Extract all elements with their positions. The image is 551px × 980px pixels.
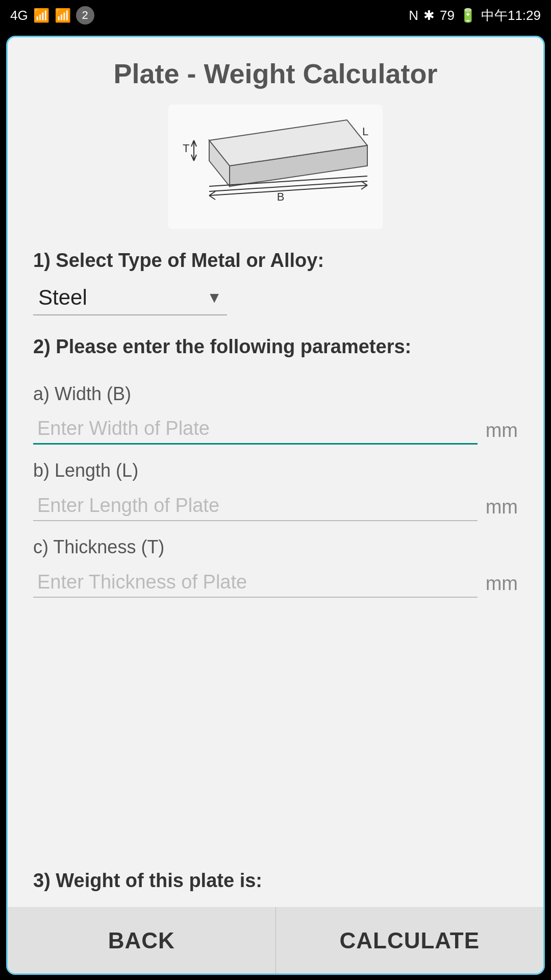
width-unit: mm — [486, 420, 518, 445]
wifi-icon: 📶 — [55, 8, 71, 23]
width-label: a) Width (B) — [33, 383, 518, 405]
card-content: Plate - Weight Calculator T — [8, 37, 543, 907]
thickness-input-row: mm — [33, 567, 518, 598]
bottom-buttons: BACK CALCULATE — [8, 907, 543, 973]
thickness-label: c) Thickness (T) — [33, 536, 518, 558]
thickness-input[interactable] — [33, 567, 478, 598]
weight-result-section: 3) Weight of this plate is: — [33, 870, 518, 892]
svg-text:T: T — [183, 142, 189, 155]
dropdown-container[interactable]: Steel Aluminium Copper Brass Stainless S… — [33, 280, 227, 315]
metal-type-select[interactable]: Steel Aluminium Copper Brass Stainless S… — [33, 280, 227, 315]
svg-line-14 — [209, 195, 215, 200]
metal-dropdown-wrapper[interactable]: Steel Aluminium Copper Brass Stainless S… — [33, 280, 518, 315]
plate-svg-wrapper: T B — [168, 105, 383, 229]
battery-icon: 🔋 — [460, 8, 476, 23]
svg-text:B: B — [277, 190, 285, 203]
back-button[interactable]: BACK — [8, 908, 276, 973]
network-indicator: 4G — [10, 8, 28, 23]
battery-indicator: 79 — [440, 8, 455, 23]
calculate-button[interactable]: CALCULATE — [276, 908, 544, 973]
page-title: Plate - Weight Calculator — [33, 58, 518, 89]
length-input[interactable] — [33, 491, 478, 521]
width-input[interactable] — [33, 414, 478, 445]
step1-heading: 1) Select Type of Metal or Alloy: — [33, 250, 518, 272]
thickness-unit: mm — [486, 573, 518, 598]
status-left: 4G 📶 📶 2 — [10, 6, 94, 24]
status-right: N ✱ 79 🔋 中午11:29 — [409, 7, 541, 24]
signal-icon: 📶 — [33, 8, 49, 23]
notification-badge: 2 — [76, 6, 94, 24]
length-input-row: mm — [33, 491, 518, 521]
width-input-row: mm — [33, 414, 518, 445]
bluetooth-icon: ✱ — [423, 8, 435, 23]
svg-text:L: L — [362, 125, 368, 138]
plate-diagram-svg: T B — [173, 110, 378, 222]
plate-illustration: T B — [33, 105, 518, 229]
nfc-icon: N — [409, 8, 418, 23]
status-bar: 4G 📶 📶 2 N ✱ 79 🔋 中午11:29 — [0, 0, 551, 31]
main-card: Plate - Weight Calculator T — [6, 36, 545, 975]
step2-heading: 2) Please enter the following parameters… — [33, 336, 518, 358]
clock: 中午11:29 — [481, 7, 541, 24]
length-unit: mm — [486, 496, 518, 521]
length-label: b) Length (L) — [33, 460, 518, 481]
